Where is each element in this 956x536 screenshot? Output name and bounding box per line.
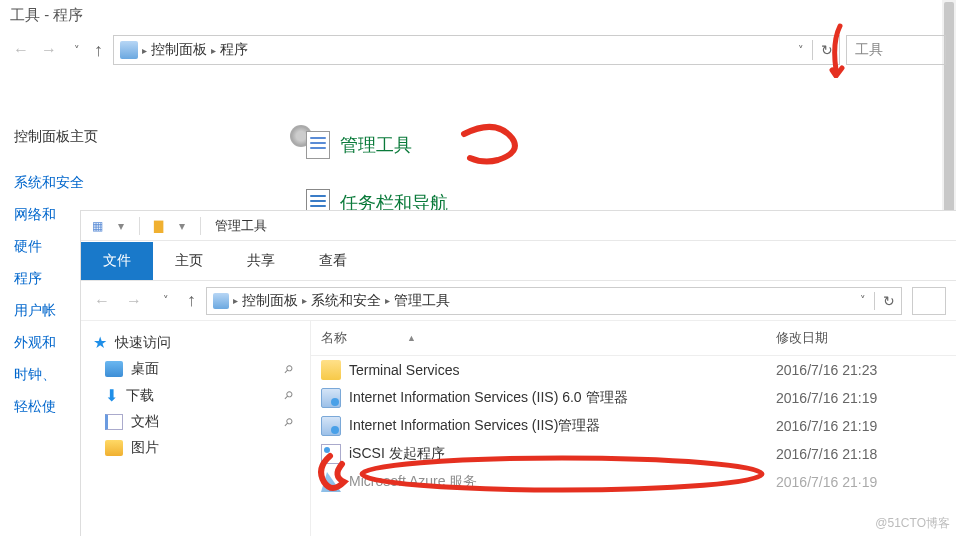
column-label: 名称 xyxy=(321,329,347,347)
watermark: @51CTO博客 xyxy=(875,515,950,532)
search-box[interactable] xyxy=(912,287,946,315)
iscsi-icon xyxy=(321,444,341,464)
breadcrumb-seg[interactable]: 控制面板 xyxy=(151,41,207,59)
forward-arrow-icon[interactable]: → xyxy=(38,41,60,59)
item-name: Internet Information Services (IIS)管理器 xyxy=(349,417,600,435)
address-bar[interactable]: ▸ 控制面板 ▸ 系统和安全 ▸ 管理工具 ˅ ↻ xyxy=(206,287,902,315)
nav-label: 图片 xyxy=(131,439,159,457)
category-label: 管理工具 xyxy=(340,133,412,157)
address-bar[interactable]: ▸ 控制面板 ▸ 程序 ˅ ↻ xyxy=(113,35,840,65)
nav-desktop[interactable]: 桌面 ⚲ xyxy=(81,356,310,382)
nav-pane: ★ 快速访问 桌面 ⚲ ⬇ 下载 ⚲ 文档 ⚲ 图片 xyxy=(81,321,311,536)
qat-folder-icon[interactable]: ▇ xyxy=(148,216,168,236)
dropdown-chevron-icon[interactable]: ˅ xyxy=(798,44,804,57)
breadcrumb-seg[interactable]: 控制面板 xyxy=(242,292,298,310)
pin-icon: ⚲ xyxy=(281,362,296,377)
column-date[interactable]: 修改日期 xyxy=(776,329,946,347)
tab-share[interactable]: 共享 xyxy=(225,242,297,280)
title-bar: ▦ ▾ ▇ ▾ 管理工具 xyxy=(81,211,956,241)
item-name: Microsoft Azure 服务 xyxy=(349,473,477,491)
back-arrow-icon[interactable]: ← xyxy=(91,292,113,310)
pin-icon: ⚲ xyxy=(281,415,296,430)
forward-arrow-icon[interactable]: → xyxy=(123,292,145,310)
qat-dropdown-icon[interactable]: ▾ xyxy=(111,216,131,236)
pin-icon: ⚲ xyxy=(281,388,296,403)
explorer-body: ★ 快速访问 桌面 ⚲ ⬇ 下载 ⚲ 文档 ⚲ 图片 xyxy=(81,321,956,536)
breadcrumb-chevron-icon: ▸ xyxy=(142,45,147,56)
azure-icon xyxy=(321,472,341,492)
breadcrumb-chevron-icon: ▸ xyxy=(233,295,238,306)
tab-file[interactable]: 文件 xyxy=(81,242,153,280)
star-icon: ★ xyxy=(93,333,107,352)
nav-label: 桌面 xyxy=(131,360,159,378)
refresh-icon[interactable]: ↻ xyxy=(883,293,895,309)
item-date: 2016/7/16 21:18 xyxy=(776,446,946,462)
nav-downloads[interactable]: ⬇ 下载 ⚲ xyxy=(81,382,310,409)
item-date: 2016/7/16 21:19 xyxy=(776,390,946,406)
up-arrow-icon[interactable]: ↑ xyxy=(94,40,103,61)
up-arrow-icon[interactable]: ↑ xyxy=(187,290,196,311)
breadcrumb-chevron-icon: ▸ xyxy=(385,295,390,306)
window-title: 工具 - 程序 xyxy=(0,0,956,31)
qat-divider xyxy=(139,217,140,235)
refresh-icon[interactable]: ↻ xyxy=(821,42,833,58)
control-panel-icon xyxy=(120,41,138,59)
address-bar-row: ← → ˅ ↑ ▸ 控制面板 ▸ 系统和安全 ▸ 管理工具 ˅ ↻ xyxy=(81,281,956,321)
back-arrow-icon[interactable]: ← xyxy=(10,41,32,59)
tab-view[interactable]: 查看 xyxy=(297,242,369,280)
titlebar-divider xyxy=(200,217,201,235)
list-item[interactable]: Internet Information Services (IIS)管理器 2… xyxy=(311,412,956,440)
column-label: 修改日期 xyxy=(776,330,828,345)
nav-quick-access[interactable]: ★ 快速访问 xyxy=(81,329,310,356)
item-date: 2016/7/16 21:19 xyxy=(776,418,946,434)
breadcrumb-seg[interactable]: 系统和安全 xyxy=(311,292,381,310)
breadcrumb-chevron-icon: ▸ xyxy=(302,295,307,306)
item-date: 2016/7/16 21:23 xyxy=(776,362,946,378)
nav-label: 快速访问 xyxy=(115,334,171,352)
nav-label: 文档 xyxy=(131,413,159,431)
search-hint: 工具 xyxy=(855,41,883,59)
category-admin-tools[interactable]: 管理工具 xyxy=(290,125,448,165)
document-icon xyxy=(105,414,123,430)
ribbon-tabs: 文件 主页 共享 查看 xyxy=(81,241,956,281)
nav-label: 下载 xyxy=(126,387,154,405)
item-name: Internet Information Services (IIS) 6.0 … xyxy=(349,389,628,407)
breadcrumb-chevron-icon: ▸ xyxy=(211,45,216,56)
item-name: iSCSI 发起程序 xyxy=(349,445,445,463)
sidebar-link[interactable]: 系统和安全 xyxy=(14,166,98,198)
list-item[interactable]: Microsoft Azure 服务 2016/7/16 21·19 xyxy=(311,468,956,496)
item-date: 2016/7/16 21·19 xyxy=(776,474,946,490)
nav-documents[interactable]: 文档 ⚲ xyxy=(81,409,310,435)
file-list: 名称 ▲ 修改日期 Terminal Services 2016/7/16 21… xyxy=(311,321,956,536)
item-name: Terminal Services xyxy=(349,362,459,378)
control-panel-icon xyxy=(213,293,229,309)
history-chevron-icon[interactable]: ˅ xyxy=(155,294,177,307)
tab-home[interactable]: 主页 xyxy=(153,242,225,280)
list-item[interactable]: Internet Information Services (IIS) 6.0 … xyxy=(311,384,956,412)
breadcrumb-seg[interactable]: 管理工具 xyxy=(394,292,450,310)
picture-icon xyxy=(105,440,123,456)
download-icon: ⬇ xyxy=(105,386,118,405)
iis-icon xyxy=(321,416,341,436)
history-chevron-icon[interactable]: ˅ xyxy=(66,44,88,57)
admin-tools-icon xyxy=(290,125,330,165)
breadcrumb-seg[interactable]: 程序 xyxy=(220,41,248,59)
qat-properties-icon[interactable]: ▦ xyxy=(87,216,107,236)
window-admin-tools: ▦ ▾ ▇ ▾ 管理工具 文件 主页 共享 查看 ← → ˅ ↑ ▸ 控制面板 … xyxy=(80,210,956,536)
iis-icon xyxy=(321,388,341,408)
desktop-icon xyxy=(105,361,123,377)
address-bar-row: ← → ˅ ↑ ▸ 控制面板 ▸ 程序 ˅ ↻ 工具 xyxy=(0,31,956,83)
nav-pictures[interactable]: 图片 xyxy=(81,435,310,461)
folder-icon xyxy=(321,360,341,380)
window-title: 管理工具 xyxy=(215,217,267,235)
qat-customize-icon[interactable]: ▾ xyxy=(172,216,192,236)
column-name[interactable]: 名称 ▲ xyxy=(321,329,776,347)
addr-divider xyxy=(874,292,875,310)
column-headers: 名称 ▲ 修改日期 xyxy=(311,321,956,356)
list-item[interactable]: Terminal Services 2016/7/16 21:23 xyxy=(311,356,956,384)
addr-divider xyxy=(812,40,813,60)
sidebar-heading[interactable]: 控制面板主页 xyxy=(14,120,98,152)
dropdown-chevron-icon[interactable]: ˅ xyxy=(860,294,866,307)
search-box[interactable]: 工具 xyxy=(846,35,946,65)
list-item[interactable]: iSCSI 发起程序 2016/7/16 21:18 xyxy=(311,440,956,468)
